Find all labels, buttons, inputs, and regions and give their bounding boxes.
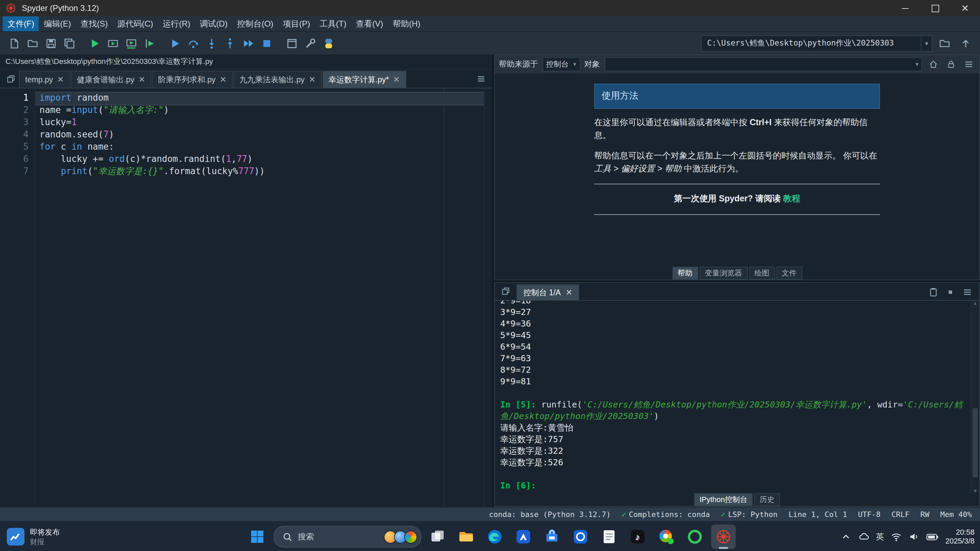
onedrive-icon[interactable]	[858, 531, 869, 542]
preferences-button[interactable]	[301, 34, 319, 52]
taskbar-app-blue-app[interactable]	[568, 524, 592, 549]
ime-indicator[interactable]: 英	[876, 531, 884, 543]
home-button[interactable]	[926, 57, 940, 71]
menu-item[interactable]: 查看(V)	[351, 16, 388, 31]
menu-item[interactable]: 工具(T)	[315, 16, 351, 31]
hidden-icons-button[interactable]	[840, 531, 851, 542]
console-options-button[interactable]	[962, 287, 972, 297]
pane-tab[interactable]: 文件	[776, 267, 802, 279]
taskbar-app-green-ring-app[interactable]	[682, 524, 707, 549]
minimize-icon	[902, 8, 908, 9]
stop-debug-button[interactable]	[258, 34, 275, 52]
taskbar-app-spyder[interactable]	[711, 524, 735, 549]
close-tab-icon[interactable]: ✕	[309, 76, 315, 84]
menu-item[interactable]: 运行(R)	[158, 16, 195, 31]
tutorial-link[interactable]: 教程	[783, 194, 800, 204]
browse-directory-button[interactable]	[936, 34, 953, 52]
chevron-down-icon[interactable]: ▾	[921, 36, 932, 51]
console-body[interactable]: 2*9=183*9=274*9=365*9=456*9=547*9=638*9=…	[495, 301, 979, 493]
new-file-button[interactable]	[5, 34, 23, 52]
taskbar-app-tiktok[interactable]: ♪♪♪	[625, 524, 649, 549]
help-paragraph-2: 帮助信息可以在一个对象之后加上一个左圆括号的时候自动显示。 你可以在 工具 > …	[594, 149, 880, 176]
start-button[interactable]	[245, 524, 269, 549]
taskbar-search[interactable]: 搜索	[273, 526, 421, 548]
debug-file-button[interactable]	[166, 34, 184, 52]
taskbar-app-file-explorer[interactable]	[453, 524, 478, 549]
editor-tab[interactable]: temp.py✕	[19, 71, 70, 88]
scroll-down-icon[interactable]: ▼	[973, 488, 978, 493]
step-over-button[interactable]	[185, 34, 202, 52]
wifi-icon[interactable]	[891, 531, 902, 542]
step-into-button[interactable]	[203, 34, 221, 52]
menu-item[interactable]: 源代码(C)	[113, 16, 158, 31]
editor-options-button[interactable]	[473, 71, 489, 87]
save-file-button[interactable]	[42, 34, 60, 52]
scroll-up-icon[interactable]: ▲	[973, 301, 978, 305]
code-editor[interactable]: 1234567 import randomname =input("请输入名字:…	[0, 89, 492, 507]
minimize-button[interactable]	[890, 0, 920, 16]
widgets-button[interactable]: 即将发布 财报	[7, 527, 60, 546]
chevron-down-icon[interactable]: ▾	[913, 58, 921, 71]
menu-item[interactable]: 查找(S)	[76, 16, 113, 31]
close-tab-icon[interactable]: ✕	[566, 288, 572, 297]
pane-tab[interactable]: 绘图	[749, 267, 775, 279]
editor-tab[interactable]: 健康食谱输出.py✕	[71, 71, 151, 88]
parent-directory-button[interactable]	[957, 34, 975, 52]
help-source-combo[interactable]: 控制台 ▾	[542, 57, 580, 71]
browse-tabs-button[interactable]	[3, 71, 19, 87]
battery-icon[interactable]	[926, 533, 939, 540]
lock-button[interactable]	[944, 57, 958, 71]
step-out-button[interactable]	[221, 34, 239, 52]
python-env-button[interactable]	[320, 34, 337, 52]
console-scrollbar[interactable]: ▲ ▼	[970, 301, 979, 493]
menu-item[interactable]: 调试(D)	[195, 16, 232, 31]
debug-continue-button[interactable]	[240, 34, 257, 52]
taskbar-clock[interactable]: 20:58 2025/3/8	[945, 528, 975, 546]
pane-tab[interactable]: 历史	[754, 493, 780, 506]
close-tab-icon[interactable]: ✕	[138, 76, 145, 84]
taskbar-app-blue-a-app[interactable]	[511, 524, 535, 549]
search-highlights-icons[interactable]	[386, 530, 417, 543]
run-cell-advance-button[interactable]	[123, 34, 140, 52]
browse-console-tabs-button[interactable]	[498, 283, 514, 299]
maximize-button[interactable]	[920, 0, 950, 16]
pane-tab[interactable]: 帮助	[672, 267, 698, 279]
console-output[interactable]: 2*9=183*9=274*9=365*9=456*9=547*9=638*9=…	[495, 301, 970, 493]
console-tab[interactable]: 控制台 1/A ✕	[517, 284, 579, 300]
menu-item[interactable]: 控制台(O)	[232, 16, 278, 31]
open-file-button[interactable]	[24, 34, 41, 52]
maximize-pane-button[interactable]	[283, 34, 301, 52]
run-cell-button[interactable]	[104, 34, 122, 52]
editor-scrollbar[interactable]	[484, 89, 492, 507]
taskbar-app-task-view[interactable]	[425, 524, 450, 549]
menu-item[interactable]: 文件(F)	[3, 16, 39, 31]
interrupt-button[interactable]	[945, 287, 956, 297]
pane-tab[interactable]: 变量浏览器	[699, 267, 748, 279]
editor-tab[interactable]: 阶乘序列求和.py✕	[152, 71, 233, 88]
close-tab-icon[interactable]: ✕	[393, 76, 400, 84]
help-options-button[interactable]	[962, 57, 975, 71]
save-all-button[interactable]	[60, 34, 78, 52]
code-area[interactable]: import randomname =input("请输入名字:")lucky=…	[35, 89, 484, 507]
close-tab-icon[interactable]: ✕	[220, 76, 226, 84]
close-tab-icon[interactable]: ✕	[57, 76, 64, 84]
run-file-button[interactable]	[86, 34, 103, 52]
menu-item[interactable]: 帮助(H)	[388, 16, 425, 31]
taskbar-app-store[interactable]	[539, 524, 564, 549]
help-object-input[interactable]: ▾	[604, 57, 922, 71]
taskbar-app-edge[interactable]	[482, 524, 507, 549]
menu-item[interactable]: 编辑(E)	[39, 16, 76, 31]
volume-icon[interactable]	[908, 531, 920, 542]
working-directory-combo[interactable]: C:\Users\鳕鱼\Desktop\python作业\20250303 ▾	[701, 35, 932, 51]
editor-tab[interactable]: 幸运数字计算.py*✕	[322, 71, 406, 88]
pane-tab[interactable]: IPython控制台	[694, 493, 753, 506]
taskbar-app-color-wheel-app[interactable]	[654, 524, 678, 549]
scrollbar-thumb[interactable]	[972, 408, 978, 478]
inspect-button[interactable]	[928, 287, 939, 297]
editor-tab[interactable]: 九九乘法表输出.py✕	[234, 71, 322, 88]
run-selection-button[interactable]	[141, 34, 159, 52]
taskbar-app-notes-app[interactable]	[597, 524, 621, 549]
menu-item[interactable]: 项目(P)	[278, 16, 315, 31]
close-button[interactable]: ✕	[950, 0, 980, 16]
save-file-icon	[45, 37, 57, 49]
